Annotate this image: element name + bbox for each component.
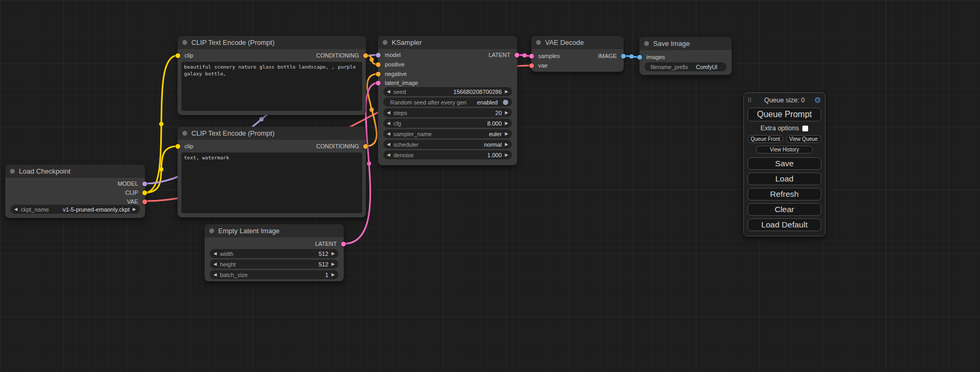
latent-image-input-dot[interactable]	[376, 81, 381, 85]
left-arrow-icon[interactable]: ◀	[387, 87, 390, 96]
width-widget[interactable]: ◀ width 512 ▶	[210, 249, 338, 258]
vae-output-dot[interactable]	[142, 199, 147, 204]
widget-value: 1	[325, 272, 328, 278]
load-default-button[interactable]: Load Default	[748, 218, 821, 231]
node-titlebar[interactable]: CLIP Text Encode (Prompt)	[178, 127, 366, 140]
output-slot-model[interactable]: MODEL	[5, 179, 145, 188]
history-row: View History	[748, 146, 821, 154]
latent-output-dot[interactable]	[341, 242, 346, 246]
clip-input-dot[interactable]	[176, 53, 180, 58]
input-slot-images[interactable]: images	[639, 53, 732, 62]
samples-input-dot[interactable]	[529, 54, 534, 59]
node-clip-text-encode-positive[interactable]: CLIP Text Encode (Prompt) clip CONDITION…	[178, 36, 366, 115]
gear-icon[interactable]: ⚙	[814, 96, 821, 105]
clip-input-dot[interactable]	[176, 144, 180, 149]
positive-prompt-textarea[interactable]: beautiful scenery nature glass bottle la…	[181, 62, 362, 111]
output-slot-clip[interactable]: CLIP	[5, 188, 145, 197]
clip-output-dot[interactable]	[142, 190, 147, 195]
filename-prefix-widget[interactable]: filename_prefix ComfyUI	[645, 62, 726, 71]
collapse-button[interactable]	[536, 40, 541, 45]
ckpt-name-widget[interactable]: ◀ ckpt_name v1-5-pruned-emaonly.ckpt ▶	[11, 205, 140, 214]
model-input-dot[interactable]	[376, 53, 381, 58]
image-output-dot[interactable]	[621, 54, 626, 59]
collapse-button[interactable]	[209, 228, 214, 233]
negative-prompt-textarea[interactable]: text, watermark	[181, 152, 362, 213]
model-output-dot[interactable]	[142, 182, 147, 186]
vae-input-dot[interactable]	[529, 63, 534, 68]
scheduler-widget[interactable]: ◀ scheduler normal ▶	[383, 140, 512, 149]
latent-output-dot[interactable]	[515, 53, 519, 58]
left-arrow-icon[interactable]: ◀	[214, 249, 217, 258]
node-load-checkpoint[interactable]: Load Checkpoint MODEL CLIP VAE ◀ ckpt_na…	[5, 165, 145, 218]
sampler-name-widget[interactable]: ◀ sampler_name euler ▶	[383, 129, 512, 138]
conditioning-output-dot[interactable]	[363, 53, 368, 58]
view-queue-button[interactable]: View Queue	[786, 135, 822, 143]
right-arrow-icon[interactable]: ▶	[332, 260, 335, 269]
collapse-button[interactable]	[383, 40, 387, 45]
left-arrow-icon[interactable]: ◀	[214, 260, 217, 269]
left-arrow-icon[interactable]: ◀	[214, 270, 217, 279]
load-button[interactable]: Load	[748, 173, 821, 185]
collapse-button[interactable]	[182, 131, 187, 136]
widget-value: v1-5-pruned-emaonly.ckpt	[63, 206, 130, 213]
negative-input-dot[interactable]	[376, 72, 381, 77]
right-arrow-icon[interactable]: ▶	[505, 129, 508, 138]
right-arrow-icon[interactable]: ▶	[332, 249, 335, 258]
height-widget[interactable]: ◀ height 512 ▶	[210, 260, 338, 269]
seed-widget[interactable]: ◀ seed 156680208700286 ▶	[383, 87, 512, 96]
drag-handle-icon[interactable]: ⠿	[748, 97, 752, 104]
node-clip-text-encode-negative[interactable]: CLIP Text Encode (Prompt) clip CONDITION…	[178, 127, 366, 217]
node-titlebar[interactable]: KSampler	[378, 36, 517, 49]
positive-input-dot[interactable]	[376, 62, 381, 67]
cfg-widget[interactable]: ◀ cfg 8.000 ▶	[383, 119, 512, 128]
input-slot-positive[interactable]: positive	[378, 60, 517, 69]
right-arrow-icon[interactable]: ▶	[133, 205, 136, 214]
conditioning-output-dot[interactable]	[363, 144, 368, 149]
left-arrow-icon[interactable]: ◀	[14, 205, 17, 214]
steps-widget[interactable]: ◀ steps 20 ▶	[383, 108, 512, 117]
extra-options-checkbox[interactable]	[802, 126, 808, 131]
clear-button[interactable]: Clear	[748, 203, 821, 216]
collapse-button[interactable]	[644, 41, 649, 46]
collapse-button[interactable]	[182, 40, 187, 45]
right-arrow-icon[interactable]: ▶	[505, 119, 508, 128]
right-arrow-icon[interactable]: ▶	[332, 270, 335, 279]
output-slot-latent[interactable]: LATENT	[205, 240, 344, 249]
widget-label: sampler_name	[393, 131, 432, 137]
refresh-button[interactable]: Refresh	[748, 188, 821, 201]
node-ksampler[interactable]: KSampler model LATENT positive negative …	[378, 36, 517, 165]
save-button[interactable]: Save	[748, 157, 821, 170]
widget-label: scheduler	[393, 141, 419, 148]
node-titlebar[interactable]: CLIP Text Encode (Prompt)	[178, 36, 366, 49]
queue-front-button[interactable]: Queue Front	[748, 135, 783, 143]
input-slot-latent-image[interactable]: latent_image	[378, 79, 517, 88]
collapse-button[interactable]	[10, 169, 15, 174]
node-vae-decode[interactable]: VAE Decode samples IMAGE vae	[531, 36, 624, 72]
left-arrow-icon[interactable]: ◀	[387, 129, 390, 138]
left-arrow-icon[interactable]: ◀	[387, 140, 390, 149]
images-input-dot[interactable]	[637, 55, 642, 60]
input-slot-negative[interactable]: negative	[378, 70, 517, 79]
node-save-image[interactable]: Save Image images filename_prefix ComfyU…	[639, 37, 732, 75]
denoise-widget[interactable]: ◀ denoise 1.000 ▶	[383, 150, 512, 159]
left-arrow-icon[interactable]: ◀	[387, 108, 390, 117]
right-arrow-icon[interactable]: ▶	[505, 140, 508, 149]
random-seed-toggle-widget[interactable]: Random seed after every gen enabled	[383, 98, 512, 107]
node-titlebar[interactable]: VAE Decode	[531, 36, 624, 49]
toggle-indicator-icon[interactable]	[503, 100, 508, 105]
queue-prompt-button[interactable]: Queue Prompt	[748, 108, 821, 121]
right-arrow-icon[interactable]: ▶	[505, 87, 508, 96]
right-arrow-icon[interactable]: ▶	[505, 150, 508, 159]
left-arrow-icon[interactable]: ◀	[387, 119, 390, 128]
batch-size-widget[interactable]: ◀ batch_size 1 ▶	[210, 270, 338, 279]
left-arrow-icon[interactable]: ◀	[387, 150, 390, 159]
node-titlebar[interactable]: Empty Latent Image	[205, 224, 344, 237]
node-titlebar[interactable]: Load Checkpoint	[5, 165, 145, 178]
queue-menu-panel[interactable]: ⠿ Queue size: 0 ⚙ Queue Prompt Extra opt…	[743, 92, 826, 236]
node-titlebar[interactable]: Save Image	[639, 37, 732, 50]
node-canvas[interactable]: { "colors": { "model": "#b39ddb", "clip"…	[0, 0, 980, 372]
view-history-button[interactable]: View History	[756, 146, 813, 154]
input-slot-vae[interactable]: vae	[531, 61, 624, 70]
right-arrow-icon[interactable]: ▶	[505, 108, 508, 117]
node-empty-latent-image[interactable]: Empty Latent Image LATENT ◀ width 512 ▶ …	[205, 224, 344, 281]
